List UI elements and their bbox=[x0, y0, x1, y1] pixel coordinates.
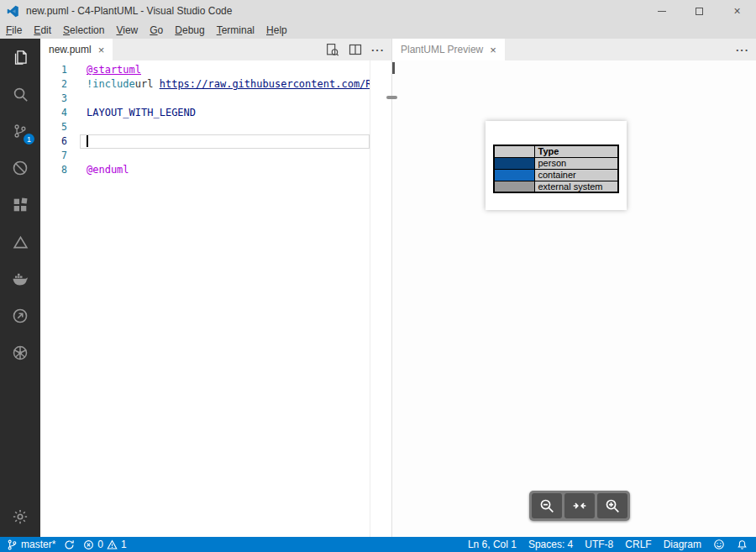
code-token: url bbox=[135, 78, 160, 90]
line-content: !includeurl https://raw.githubuserconten… bbox=[87, 77, 370, 92]
diagram-legend: Typepersoncontainerexternal system bbox=[493, 145, 619, 193]
zoom-controls bbox=[529, 491, 630, 521]
activity-bar-item-extensions[interactable] bbox=[0, 187, 40, 223]
bell-icon bbox=[737, 539, 748, 550]
explorer-icon bbox=[13, 50, 29, 66]
tab-plantuml-preview[interactable]: PlantUML Preview × bbox=[392, 39, 505, 60]
activity-bar-item-kubernetes[interactable] bbox=[0, 334, 40, 371]
close-button[interactable]: × bbox=[718, 0, 756, 22]
notifications-button[interactable] bbox=[737, 539, 748, 550]
git-branch-icon bbox=[7, 539, 18, 550]
legend-row: container bbox=[494, 169, 618, 181]
code-token: @enduml bbox=[87, 164, 129, 176]
activity-bar-item-explorer[interactable] bbox=[0, 39, 40, 76]
indentation[interactable]: Spaces: 4 bbox=[528, 539, 573, 550]
menu-help[interactable]: Help bbox=[260, 23, 293, 38]
legend-header-row: Type bbox=[494, 145, 618, 157]
activity-bar-item-triangle-extension[interactable] bbox=[0, 223, 40, 260]
activity-bar-item-docker[interactable] bbox=[0, 260, 40, 297]
eol-sequence[interactable]: CRLF bbox=[625, 539, 651, 550]
tab-new-puml[interactable]: new.puml × bbox=[40, 39, 113, 60]
menu-file[interactable]: File bbox=[0, 23, 28, 38]
extensions-icon bbox=[13, 197, 28, 213]
circle-arrow-extension-icon bbox=[12, 308, 29, 324]
error-count: 0 bbox=[97, 539, 103, 550]
activity-bar-item-circle-arrow-extension[interactable] bbox=[0, 297, 40, 334]
line-content: LAYOUT_WITH_LEGEND bbox=[87, 106, 370, 120]
split-editor-button[interactable] bbox=[349, 43, 362, 56]
menu-go[interactable]: Go bbox=[144, 23, 169, 38]
activity-bar-item-debug[interactable] bbox=[0, 150, 40, 187]
code-line-1[interactable]: 1@startuml bbox=[40, 63, 391, 77]
line-number: 4 bbox=[40, 106, 67, 120]
status-bar: master* 0 1 Ln 6, Col 1 Spaces: 4 UTF-8 … bbox=[0, 537, 756, 552]
code-line-4[interactable]: 4LAYOUT_WITH_LEGEND bbox=[40, 106, 391, 120]
text-cursor bbox=[87, 135, 88, 147]
diagram-canvas: Typepersoncontainerexternal system bbox=[486, 121, 627, 210]
preview-scrollbar-thumb[interactable] bbox=[392, 62, 395, 74]
close-tab-icon[interactable]: × bbox=[490, 45, 496, 55]
warning-count: 1 bbox=[121, 539, 127, 550]
menu-debug[interactable]: Debug bbox=[169, 23, 210, 38]
menu-edit[interactable]: Edit bbox=[28, 23, 57, 38]
plantuml-preview-panel: Typepersoncontainerexternal system bbox=[392, 60, 756, 537]
code-token: https://raw.githubusercontent.com/Ric bbox=[160, 78, 370, 90]
activity-bar: 1 bbox=[0, 39, 40, 537]
menu-bar: FileEditSelectionViewGoDebugTerminalHelp bbox=[0, 22, 756, 39]
line-content: @enduml bbox=[87, 163, 370, 177]
code-token: @startuml bbox=[87, 64, 141, 76]
problems-item[interactable]: 0 1 bbox=[83, 539, 126, 550]
code-line-3[interactable]: 3 bbox=[40, 92, 391, 106]
minimize-icon bbox=[658, 11, 666, 12]
encoding[interactable]: UTF-8 bbox=[585, 539, 613, 550]
legend-label: person bbox=[534, 157, 618, 169]
zoom-fit-button[interactable] bbox=[564, 493, 595, 518]
more-actions-button[interactable]: ··· bbox=[371, 45, 385, 55]
editor-tab-bar: new.puml × ··· bbox=[40, 39, 391, 60]
legend-swatch bbox=[494, 181, 534, 192]
maximize-button[interactable] bbox=[680, 0, 718, 22]
branch-label: master* bbox=[21, 539, 55, 550]
language-mode[interactable]: Diagram bbox=[664, 539, 701, 550]
sync-button[interactable] bbox=[64, 539, 75, 550]
cursor-position[interactable]: Ln 6, Col 1 bbox=[468, 539, 517, 550]
activity-bar-item-search[interactable] bbox=[0, 76, 40, 113]
legend-label: external system bbox=[534, 181, 618, 192]
activity-bar-item-source-control[interactable]: 1 bbox=[0, 113, 40, 150]
menu-terminal[interactable]: Terminal bbox=[211, 23, 260, 38]
sash-handle[interactable] bbox=[386, 96, 397, 99]
close-tab-icon[interactable]: × bbox=[98, 45, 105, 55]
line-number: 7 bbox=[40, 149, 67, 163]
title-bar: new.puml - C4-PlantUML - Visual Studio C… bbox=[0, 0, 756, 22]
code-line-7[interactable]: 7 bbox=[40, 149, 391, 163]
line-content: @startuml bbox=[87, 63, 370, 77]
more-actions-button[interactable]: ··· bbox=[736, 45, 749, 55]
docker-icon bbox=[12, 271, 29, 287]
feedback-button[interactable] bbox=[713, 539, 725, 550]
minimize-button[interactable] bbox=[643, 0, 680, 22]
zoom-in-button[interactable] bbox=[597, 493, 627, 518]
line-number: 2 bbox=[40, 77, 67, 92]
line-content bbox=[87, 134, 370, 149]
line-number: 8 bbox=[40, 163, 67, 177]
code-line-8[interactable]: 8@enduml bbox=[40, 163, 391, 177]
line-number: 5 bbox=[40, 120, 67, 134]
code-line-2[interactable]: 2!includeurl https://raw.githubuserconte… bbox=[40, 77, 391, 92]
legend-row: person bbox=[494, 157, 618, 169]
code-line-6[interactable]: 6 bbox=[40, 134, 391, 149]
menu-selection[interactable]: Selection bbox=[57, 23, 110, 38]
editor-group: new.puml × ··· 1@startuml2!includeurl ht… bbox=[40, 39, 391, 537]
kubernetes-icon bbox=[12, 344, 29, 361]
preview-diagram-button[interactable] bbox=[325, 43, 339, 57]
debug-icon bbox=[12, 160, 29, 176]
code-line-5[interactable]: 5 bbox=[40, 120, 391, 134]
legend-swatch bbox=[494, 157, 534, 169]
legend-header-swatch-cell bbox=[494, 145, 534, 157]
menu-view[interactable]: View bbox=[110, 23, 144, 38]
zoom-out-button[interactable] bbox=[532, 493, 562, 518]
git-branch-item[interactable]: master* bbox=[7, 539, 55, 550]
code-editor[interactable]: 1@startuml2!includeurl https://raw.githu… bbox=[40, 60, 391, 537]
activity-bar-item-settings[interactable] bbox=[0, 498, 40, 535]
smiley-icon bbox=[713, 539, 725, 550]
settings-icon bbox=[12, 508, 29, 525]
